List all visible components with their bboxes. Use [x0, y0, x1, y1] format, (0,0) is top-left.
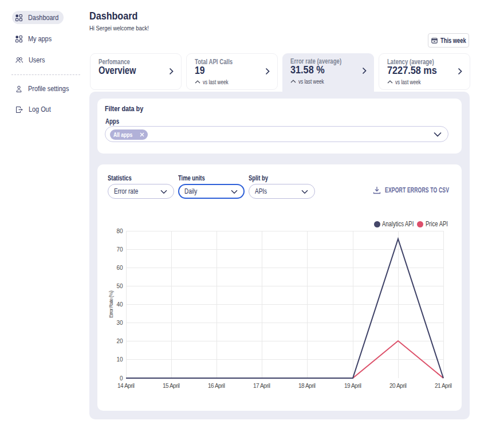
svg-text:14 April: 14 April	[117, 383, 135, 389]
svg-text:18 April: 18 April	[298, 383, 316, 389]
svg-text:50: 50	[116, 283, 123, 289]
svg-text:19 April: 19 April	[344, 383, 361, 389]
svg-text:10: 10	[116, 356, 123, 363]
svg-text:21 April: 21 April	[435, 383, 452, 389]
svg-text:40: 40	[116, 301, 123, 308]
svg-text:Error Rate (%): Error Rate (%)	[108, 290, 114, 318]
svg-text:15 April: 15 April	[163, 383, 180, 389]
svg-text:70: 70	[116, 246, 123, 253]
svg-text:16 April: 16 April	[208, 383, 225, 389]
svg-text:20: 20	[116, 338, 123, 344]
svg-text:60: 60	[116, 265, 123, 271]
svg-text:80: 80	[116, 228, 123, 234]
svg-text:20 April: 20 April	[389, 383, 407, 389]
svg-text:0: 0	[120, 375, 123, 382]
svg-text:17 April: 17 April	[253, 383, 270, 389]
svg-text:30: 30	[116, 320, 123, 326]
